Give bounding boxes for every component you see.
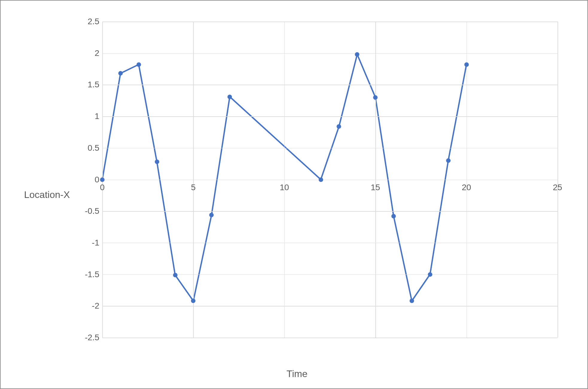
gridline-horizontal [102,53,557,54]
chart-inner: Location-X -2.5-2-1.5-1-0.500.511.522.50… [19,10,575,379]
gridline-horizontal [102,211,557,212]
series-point [373,95,378,100]
gridline-horizontal [102,338,557,338]
series-point [464,62,469,67]
y-tick-label: -2 [75,301,99,311]
y-tick-label: -0.5 [75,206,99,216]
y-tick-label: -1 [75,238,99,248]
series-point [409,299,414,303]
y-tick-label: 0 [75,175,99,184]
gridline-horizontal [102,243,557,243]
series-point [136,62,141,67]
x-tick-label: 0 [100,183,105,192]
gridline-vertical [557,22,558,338]
x-tick-label: 10 [280,183,289,192]
plot-wrapper: -2.5-2-1.5-1-0.500.511.522.50510152025 [78,16,563,356]
y-tick-label: -1.5 [75,270,99,279]
series-point [155,160,159,164]
x-tick-label: 25 [553,183,562,192]
gridline-horizontal [102,180,557,180]
series-point [209,213,214,217]
y-tick-label: -2.5 [75,333,99,342]
series-point [100,177,105,182]
series-point [355,52,359,57]
gridline-vertical [467,22,467,338]
x-tick-label: 15 [371,183,380,192]
x-axis-title: Time [287,368,307,379]
y-tick-label: 1.5 [75,80,99,89]
y-tick-label: 0.5 [75,143,99,153]
x-tick-label: 5 [191,183,196,192]
y-axis-title: Location-X [19,189,75,200]
gridline-horizontal [102,22,557,22]
chart-container: Location-X -2.5-2-1.5-1-0.500.511.522.50… [0,0,588,389]
series-point [337,124,341,129]
plot-area: -2.5-2-1.5-1-0.500.511.522.50510152025 [102,22,557,338]
series-point [118,71,123,76]
series-point [319,177,323,182]
series-point [228,94,232,99]
series-point [392,214,396,219]
series-point [446,158,450,163]
gridline-vertical [284,22,285,338]
gridline-vertical [375,22,376,338]
y-tick-label: 2.5 [75,17,99,26]
gridline-horizontal [102,274,557,275]
series-point [191,299,196,303]
gridline-horizontal [102,306,557,306]
gridline-vertical [193,22,194,338]
gridline-horizontal [102,148,557,149]
y-tick-label: 1 [75,112,99,121]
series-point [173,273,177,277]
series-point [428,272,432,277]
y-tick-label: 2 [75,48,99,58]
x-tick-label: 20 [462,183,471,192]
gridline-horizontal [102,85,557,85]
gridline-horizontal [102,116,557,117]
